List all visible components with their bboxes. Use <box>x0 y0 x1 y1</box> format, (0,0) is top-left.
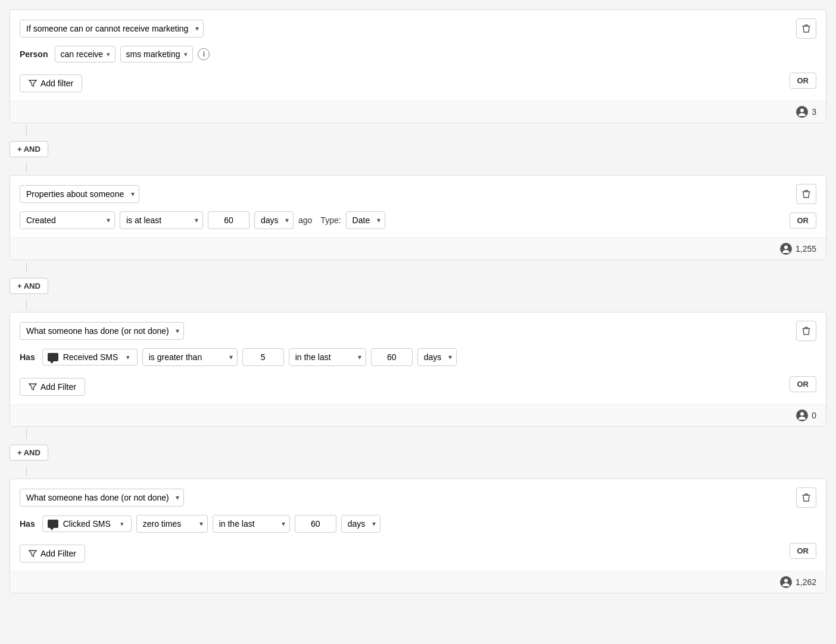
block1-sms-marketing-wrapper[interactable]: sms marketing <box>120 46 193 62</box>
and-button-1[interactable]: + AND <box>10 141 48 157</box>
block1-sms-marketing-select[interactable]: sms marketing <box>126 49 180 59</box>
block2-type-label2: Type: <box>320 215 341 225</box>
block4-time-value-input[interactable] <box>295 515 336 533</box>
block3-delete-button[interactable] <box>796 321 816 341</box>
block2-unit-wrapper[interactable]: days <box>254 211 294 229</box>
block1-can-receive-wrapper[interactable]: can receive <box>55 46 116 62</box>
block2-type-select-wrapper[interactable]: Properties about someone <box>20 185 139 203</box>
block3-event-wrapper[interactable]: Received SMS <box>42 349 138 365</box>
person-icon-3 <box>796 409 808 421</box>
connector-line-2b <box>26 300 27 310</box>
and-connector-2: + AND <box>10 260 826 312</box>
block3-condition-wrapper[interactable]: is greater than <box>142 348 238 366</box>
block1-type-select-wrapper[interactable]: If someone can or cannot receive marketi… <box>20 20 204 37</box>
block1-footer: 3 <box>10 101 826 123</box>
block1-delete-button[interactable] <box>796 18 816 39</box>
block4-time-select[interactable]: in the last <box>213 515 290 533</box>
block3-time-unit-select[interactable]: days <box>417 348 457 366</box>
block4-or-button[interactable]: OR <box>790 543 817 559</box>
block3-type-select[interactable]: What someone has done (or not done) <box>20 322 184 340</box>
block4-count: 1,262 <box>796 577 816 587</box>
block4-time-wrapper[interactable]: in the last <box>213 515 290 533</box>
block2-delete-button[interactable] <box>796 184 816 204</box>
block2-count-area: 1,255 <box>780 243 816 255</box>
block3-time-select[interactable]: in the last <box>289 348 366 366</box>
and-connector-3: + AND <box>10 427 826 479</box>
connector-line-1 <box>26 126 27 135</box>
block4-footer: 1,262 <box>10 571 826 593</box>
svg-point-5 <box>800 412 804 416</box>
block2-type-option-wrapper[interactable]: Date <box>346 211 385 229</box>
person-icon-4 <box>780 576 792 588</box>
block3-or-button[interactable]: OR <box>790 376 817 392</box>
block4-event-select[interactable]: Clicked SMS <box>63 519 117 529</box>
block3-condition-select[interactable]: is greater than <box>142 348 238 366</box>
block1-add-filter-label: Add filter <box>40 79 73 88</box>
person-icon-2 <box>780 243 792 255</box>
block4-condition-select[interactable]: zero times <box>136 515 208 533</box>
block2-value-input[interactable] <box>208 211 249 229</box>
block2-type-option-select[interactable]: Date <box>346 211 385 229</box>
block4-event-wrapper[interactable]: Clicked SMS <box>42 515 132 532</box>
page-container: If someone can or cannot receive marketi… <box>0 0 836 603</box>
block4-time-unit-wrapper[interactable]: days <box>341 515 380 533</box>
block3-value-input[interactable] <box>242 348 284 366</box>
block1-add-filter-button[interactable]: Add filter <box>20 74 82 92</box>
and-button-3[interactable]: + AND <box>10 445 48 461</box>
block4-type-select[interactable]: What someone has done (or not done) <box>20 489 184 507</box>
block2-or-button[interactable]: OR <box>790 212 817 229</box>
svg-point-3 <box>784 246 788 249</box>
block1-count-area: 3 <box>796 106 816 118</box>
and-button-2[interactable]: + AND <box>10 278 48 294</box>
svg-point-1 <box>800 109 804 112</box>
block4-add-filter-label: Add Filter <box>40 549 76 558</box>
block1-or-button[interactable]: OR <box>790 73 817 89</box>
trash-icon-3 <box>802 326 810 336</box>
block3-type-select-wrapper[interactable]: What someone has done (or not done) <box>20 322 184 340</box>
sms-icon-3 <box>48 353 58 361</box>
block3-has-label: Has <box>20 352 35 362</box>
block3-time-unit-wrapper[interactable]: days <box>417 348 457 366</box>
block3-time-wrapper[interactable]: in the last <box>289 348 366 366</box>
block2-condition-wrapper[interactable]: is at least <box>120 211 203 229</box>
block3-time-value-input[interactable] <box>371 348 413 366</box>
block2-footer: 1,255 <box>10 237 826 260</box>
and-connector-1: + AND <box>10 123 826 175</box>
block3-event-select[interactable]: Received SMS <box>63 352 123 362</box>
block4-time-unit-select[interactable]: days <box>341 515 380 533</box>
trash-icon-2 <box>802 189 810 199</box>
filter-block-1: If someone can or cannot receive marketi… <box>10 10 826 123</box>
block3-add-filter-button[interactable]: Add Filter <box>20 378 85 396</box>
block2-type-select[interactable]: Properties about someone <box>20 185 139 203</box>
block3-count: 0 <box>812 411 816 420</box>
block4-type-select-wrapper[interactable]: What someone has done (or not done) <box>20 489 184 507</box>
filter-icon <box>29 79 37 87</box>
filter-block-3: What someone has done (or not done) Has … <box>10 312 826 427</box>
block2-property-wrapper[interactable]: Created <box>20 211 115 229</box>
block4-add-filter-button[interactable]: Add Filter <box>20 545 85 562</box>
block4-has-label: Has <box>20 519 35 529</box>
info-icon-1[interactable]: i <box>198 48 210 60</box>
block1-count: 3 <box>812 107 816 117</box>
trash-icon-4 <box>802 493 810 502</box>
block1-can-receive-select[interactable]: can receive <box>60 49 103 59</box>
block2-property-select[interactable]: Created <box>20 211 115 229</box>
connector-line-3b <box>26 467 27 476</box>
block4-count-area: 1,262 <box>780 576 816 588</box>
block4-condition-wrapper[interactable]: zero times <box>136 515 208 533</box>
block3-count-area: 0 <box>796 409 816 421</box>
filter-icon-4 <box>29 549 37 558</box>
block2-condition-select[interactable]: is at least <box>120 211 203 229</box>
filter-icon-3 <box>29 383 37 391</box>
block2-unit-select[interactable]: days <box>254 211 294 229</box>
connector-line-2 <box>26 262 27 272</box>
sms-icon-4 <box>48 520 58 528</box>
block4-delete-button[interactable] <box>796 487 816 508</box>
block3-footer: 0 <box>10 404 826 426</box>
filter-block-2: Properties about someone Created <box>10 175 826 260</box>
block1-person-label: Person <box>20 49 48 59</box>
trash-icon <box>802 24 810 33</box>
block2-ago-label: ago <box>298 215 312 225</box>
person-icon-1 <box>796 106 808 118</box>
block1-type-select[interactable]: If someone can or cannot receive marketi… <box>20 20 204 37</box>
